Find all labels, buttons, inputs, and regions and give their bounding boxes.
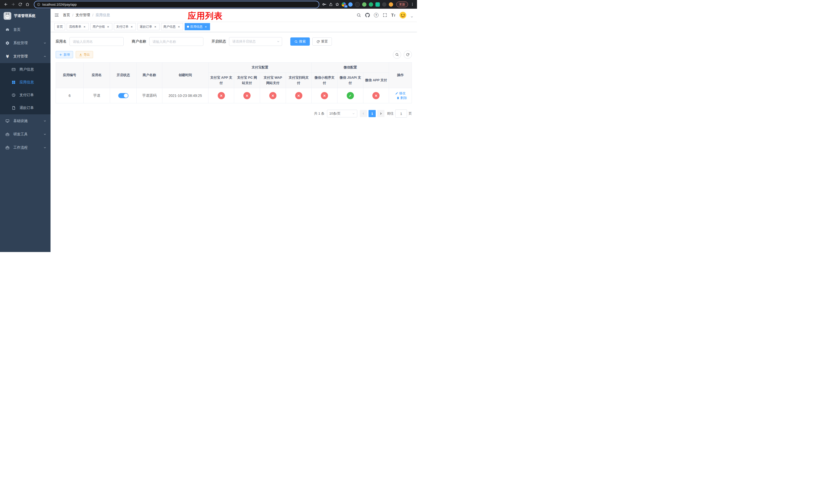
col-header-app-id: 应用编号	[56, 63, 84, 88]
close-icon[interactable]: ×	[177, 25, 181, 29]
col-header-create-time: 创建时间	[162, 63, 208, 88]
sidebar-item-pay-orders[interactable]: 支付订单	[0, 89, 50, 101]
tab-label: 商户信息	[163, 25, 176, 29]
font-size-icon[interactable]: TT	[391, 13, 395, 18]
sidebar-item-home[interactable]: 首页	[0, 23, 50, 37]
refresh-button[interactable]	[404, 50, 412, 59]
briefcase-icon	[5, 145, 10, 150]
sidebar-item-workflow[interactable]: 工作流程	[0, 141, 50, 154]
close-icon[interactable]: ×	[130, 25, 134, 29]
cell-alipay-qr	[286, 88, 312, 103]
tab-home[interactable]: 首页	[54, 23, 65, 30]
address-bar[interactable]: localhost:1024/pay/app	[34, 1, 319, 8]
avatar[interactable]	[399, 11, 407, 19]
edit-link[interactable]: 修改	[395, 91, 406, 96]
chevron-down-icon	[43, 133, 46, 136]
credit-card-icon	[11, 67, 16, 72]
sidebar-item-app-info[interactable]: 应用信息	[0, 76, 50, 89]
tab-pay-orders[interactable]: 支付订单×	[114, 23, 136, 30]
back-icon[interactable]	[3, 1, 9, 8]
add-button[interactable]: 新增	[56, 51, 73, 58]
bookmark-star-icon[interactable]	[335, 2, 339, 6]
reload-icon[interactable]	[17, 1, 24, 8]
browser-toolbar: localhost:1024/pay/app 10 更新	[0, 0, 417, 9]
extension-icon[interactable]	[389, 2, 393, 7]
chevron-up-icon	[43, 55, 46, 58]
home-icon[interactable]	[24, 1, 31, 8]
tab-label: 应用信息	[190, 25, 203, 29]
delete-link[interactable]: 删除	[396, 96, 407, 100]
goto-page-input[interactable]	[395, 110, 407, 118]
page-number-button[interactable]: 1	[369, 110, 376, 117]
app-name-input[interactable]	[69, 37, 124, 46]
close-icon[interactable]: ×	[83, 25, 86, 29]
breadcrumb-payment[interactable]: 支付管理	[76, 13, 90, 18]
github-icon[interactable]	[365, 13, 370, 18]
col-header-merchant: 商户名称	[137, 63, 162, 88]
browser-menu-icon[interactable]	[410, 2, 414, 6]
status-select[interactable]: 请选择开启状态	[229, 37, 282, 46]
sidebar-item-label: 系统管理	[13, 41, 28, 45]
cell-status	[110, 88, 137, 103]
next-page-button[interactable]	[377, 110, 385, 117]
export-button-label: 导出	[84, 52, 90, 57]
sidebar-item-dev-tools[interactable]: 研发工具	[0, 128, 50, 141]
browser-update-button[interactable]: 更新	[396, 2, 408, 7]
close-icon[interactable]: ×	[153, 25, 157, 29]
help-icon[interactable]: ?	[374, 13, 379, 18]
sidebar-item-refund-orders[interactable]: 退款订单	[0, 101, 50, 114]
close-icon[interactable]: ×	[204, 25, 208, 29]
prev-page-button[interactable]	[360, 110, 367, 117]
goto-page: 前往 页	[387, 110, 412, 118]
extension-icon[interactable]	[362, 2, 367, 7]
extension-icon[interactable]: 10	[342, 2, 346, 7]
sidebar-item-label: 支付订单	[20, 93, 34, 97]
fullscreen-icon[interactable]	[382, 13, 388, 18]
extension-icon[interactable]	[382, 2, 387, 7]
sidebar-item-merchant-info[interactable]: 商户信息	[0, 63, 50, 76]
tab-user-group[interactable]: 用户分组×	[90, 23, 112, 30]
search-icon[interactable]	[356, 13, 361, 18]
share-icon[interactable]	[329, 2, 333, 6]
tab-process-form[interactable]: 流程表单×	[67, 23, 89, 30]
password-key-icon[interactable]	[322, 2, 327, 6]
status-check-icon	[347, 92, 354, 99]
forward-icon[interactable]	[10, 1, 16, 8]
sidebar-item-infra[interactable]: 基础设施	[0, 114, 50, 128]
site-info-icon[interactable]	[37, 3, 40, 6]
sidebar-collapse-icon[interactable]	[50, 9, 63, 22]
extension-icon[interactable]	[348, 2, 353, 7]
reset-button[interactable]: 重置	[312, 38, 332, 46]
tab-label: 用户分组	[93, 25, 105, 29]
status-cross-icon	[269, 92, 277, 99]
pagination: 共 1 条 10条/页 1 前往 页	[56, 110, 412, 118]
page-size-select[interactable]: 10条/页	[327, 110, 357, 117]
cell-create-time: 2021-10-23 08:49:25	[162, 88, 208, 103]
caret-down-icon[interactable]	[410, 15, 413, 19]
gear-icon	[5, 41, 10, 45]
toggle-search-button[interactable]	[393, 50, 401, 59]
sidebar-item-system[interactable]: 系统管理	[0, 37, 50, 50]
navbar-actions: ? TT	[356, 11, 417, 19]
tab-app-info[interactable]: 应用信息×	[185, 23, 210, 30]
search-button[interactable]: 搜索	[290, 38, 310, 46]
sidebar-submenu-payment: 商户信息 应用信息 支付订单 退款订单	[0, 63, 50, 114]
col-header-wechat-jsapi: 微信 JSAPI 支付	[337, 72, 364, 88]
sidebar-item-payment[interactable]: ¥ 支付管理	[0, 50, 50, 63]
status-toggle[interactable]	[118, 93, 129, 98]
merchant-name-label: 商户名称	[132, 39, 146, 44]
chevron-down-icon	[43, 42, 46, 45]
tab-refund-orders[interactable]: 退款订单×	[137, 23, 159, 30]
tab-merchant-info[interactable]: 商户信息×	[161, 23, 183, 30]
close-icon[interactable]: ×	[106, 25, 110, 29]
sidebar-logo[interactable]: 芋道管理系统	[0, 9, 50, 23]
cell-actions: 修改 删除	[389, 88, 412, 103]
merchant-name-input[interactable]	[149, 37, 203, 46]
chevron-down-icon	[43, 146, 46, 149]
export-button[interactable]: 导出	[76, 51, 93, 58]
extension-icon[interactable]	[355, 2, 360, 7]
extension-icon[interactable]	[375, 2, 380, 7]
extension-icon[interactable]	[369, 2, 373, 7]
breadcrumb-home[interactable]: 首页	[63, 13, 70, 18]
sidebar-item-label: 应用信息	[20, 80, 34, 85]
